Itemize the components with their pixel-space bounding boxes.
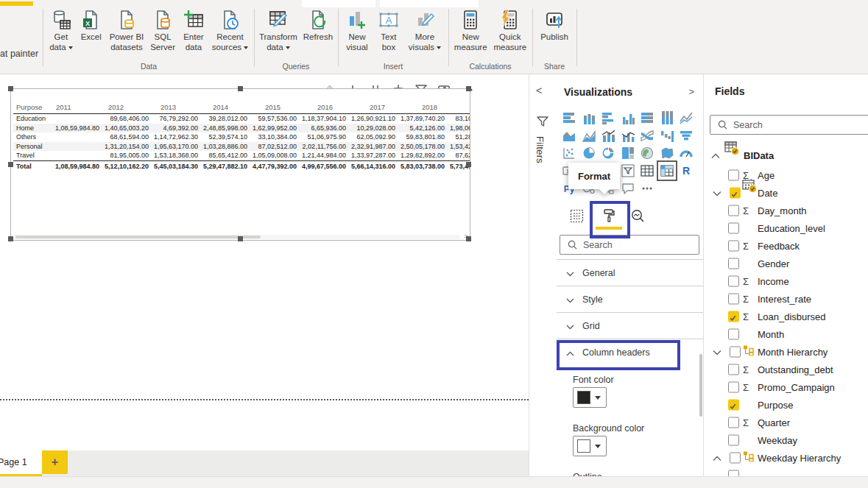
r-script-visual-icon[interactable]: R xyxy=(678,163,694,179)
table-icon[interactable] xyxy=(639,163,655,179)
fields-tab[interactable] xyxy=(569,208,584,223)
field-row-feedback[interactable]: ΣFeedback xyxy=(704,237,868,255)
expand-filters-icon[interactable]: < xyxy=(536,85,542,96)
chevron-up-icon[interactable] xyxy=(713,451,721,464)
field-checkbox[interactable] xyxy=(730,347,741,358)
selection-handle[interactable] xyxy=(466,162,471,167)
field-checkbox[interactable] xyxy=(728,364,739,375)
scatter-chart-icon[interactable] xyxy=(561,145,577,161)
field-row-weekday-hierarchy[interactable]: Weekday Hierarchy xyxy=(704,449,868,467)
new-measure-button[interactable]: Newmeasure xyxy=(453,7,489,53)
report-canvas[interactable]: Purpose201120122013201420152016201720182… xyxy=(0,74,529,450)
line-clustered-column-chart-icon[interactable] xyxy=(620,127,636,144)
font-color-dropdown[interactable] xyxy=(573,387,607,408)
selection-handle[interactable] xyxy=(238,236,243,241)
page-tab[interactable]: Page 1 xyxy=(0,450,42,476)
field-row-purpose[interactable]: Purpose xyxy=(704,396,868,414)
line-chart-icon[interactable] xyxy=(678,110,694,126)
field-row-day-month[interactable]: ΣDay_month xyxy=(704,202,868,219)
stacked-bar-chart-icon[interactable] xyxy=(561,110,577,126)
format-section-general[interactable]: General xyxy=(557,259,703,286)
field-checkbox[interactable] xyxy=(728,205,739,216)
field-row-month[interactable]: Month xyxy=(704,325,868,343)
more-visuals-button[interactable]: Morevisuals xyxy=(407,7,442,53)
pie-chart-icon[interactable] xyxy=(581,145,597,161)
waterfall-chart-icon[interactable] xyxy=(659,127,675,144)
selection-handle[interactable] xyxy=(8,236,13,241)
text-box-button[interactable]: ATextbox xyxy=(375,7,402,53)
new-visual-button[interactable]: Newvisual xyxy=(344,7,370,53)
field-checkbox[interactable] xyxy=(728,382,739,393)
field-checkbox[interactable] xyxy=(728,400,739,411)
quick-measure-button[interactable]: Quickmeasure xyxy=(492,7,528,53)
power-bi-datasets-button[interactable]: Power BIdatasets xyxy=(108,7,146,53)
background-color-dropdown[interactable] xyxy=(573,436,607,456)
donut-chart-icon[interactable] xyxy=(600,145,616,161)
funnel-chart-icon[interactable] xyxy=(678,127,694,144)
field-checkbox[interactable] xyxy=(728,241,739,252)
collapse-visualizations-icon[interactable]: > xyxy=(688,86,694,97)
field-row-quarter[interactable]: ΣQuarter xyxy=(704,414,868,431)
get-data-button[interactable]: Getdata xyxy=(48,7,74,53)
field-checkbox[interactable] xyxy=(728,294,739,305)
stacked-area-chart-icon[interactable] xyxy=(581,127,597,144)
recent-sources-button[interactable]: Recentsources xyxy=(211,7,250,53)
field-row-outstanding-debt[interactable]: ΣOutstanding_debt xyxy=(704,361,868,378)
field-row-income[interactable]: ΣIncome xyxy=(704,272,868,290)
field-row-loan-disbursed[interactable]: ΣLoan_disbursed xyxy=(704,308,868,325)
stacked-column-chart-icon[interactable] xyxy=(581,110,597,126)
table-row-bidata[interactable]: BIData xyxy=(704,146,868,164)
sql-server-button[interactable]: SQLServer xyxy=(149,7,177,53)
slicer-icon[interactable] xyxy=(620,163,636,179)
filled-map-icon[interactable] xyxy=(659,145,675,161)
new-page-button[interactable]: + xyxy=(42,450,68,474)
field-row-age[interactable]: ΣAge xyxy=(704,166,868,184)
format-painter-label-clipped[interactable]: at painter xyxy=(0,49,38,59)
matrix-icon[interactable] xyxy=(657,160,677,181)
field-row-date[interactable]: Date xyxy=(704,184,868,202)
map-icon[interactable] xyxy=(639,145,655,161)
qa-visual-icon[interactable] xyxy=(620,180,636,197)
field-checkbox[interactable] xyxy=(728,329,739,340)
format-section-style[interactable]: Style xyxy=(557,286,703,313)
line-stacked-column-chart-icon[interactable] xyxy=(600,127,616,144)
chevron-down-icon[interactable] xyxy=(713,186,721,199)
field-checkbox[interactable] xyxy=(728,170,739,181)
hundred-stacked-column-chart-icon[interactable] xyxy=(659,110,675,126)
gauge-icon[interactable] xyxy=(678,145,694,161)
field-checkbox[interactable] xyxy=(728,470,739,477)
treemap-icon[interactable] xyxy=(620,145,636,161)
field-checkbox[interactable] xyxy=(728,417,739,428)
area-chart-icon[interactable] xyxy=(561,127,577,144)
field-checkbox[interactable] xyxy=(728,258,739,269)
field-checkbox[interactable] xyxy=(728,435,739,446)
chevron-down-icon[interactable] xyxy=(713,345,721,358)
analytics-tab[interactable] xyxy=(630,208,645,223)
matrix-visual[interactable]: Purpose201120122013201420152016201720182… xyxy=(10,88,470,241)
field-row-education-level[interactable]: Education_level xyxy=(704,219,868,237)
selection-handle[interactable] xyxy=(8,162,13,167)
selection-handle[interactable] xyxy=(238,86,243,91)
selection-handle[interactable] xyxy=(466,236,471,241)
field-checkbox[interactable] xyxy=(730,188,741,199)
publish-button[interactable]: Publish xyxy=(539,7,570,43)
fields-search-box[interactable]: Search xyxy=(710,115,868,135)
field-checkbox[interactable] xyxy=(728,276,739,287)
field-row-weekday[interactable]: Weekday xyxy=(704,431,868,449)
visualizations-pane-scrollbar[interactable] xyxy=(699,354,702,417)
more-visual-options-icon[interactable] xyxy=(639,180,655,197)
field-checkbox[interactable] xyxy=(730,453,741,464)
clustered-column-chart-icon[interactable] xyxy=(620,110,636,126)
field-row-month-hierarchy[interactable]: Month Hierarchy xyxy=(704,343,868,361)
hundred-stacked-bar-chart-icon[interactable] xyxy=(639,110,655,126)
field-row-promo-campaign[interactable]: ΣPromo_Campaign xyxy=(704,378,868,396)
enter-data-button[interactable]: Enterdata xyxy=(180,7,207,53)
selection-handle[interactable] xyxy=(466,86,471,91)
clustered-bar-chart-icon[interactable] xyxy=(600,110,616,126)
excel-button[interactable]: XExcel xyxy=(78,7,105,43)
ribbon-chart-icon[interactable] xyxy=(639,127,655,144)
field-checkbox[interactable] xyxy=(728,311,739,322)
visual-horizontal-scrollbar[interactable] xyxy=(14,235,459,239)
refresh-button[interactable]: Refresh xyxy=(302,7,334,43)
transform-data-button[interactable]: Transformdata xyxy=(258,7,299,53)
